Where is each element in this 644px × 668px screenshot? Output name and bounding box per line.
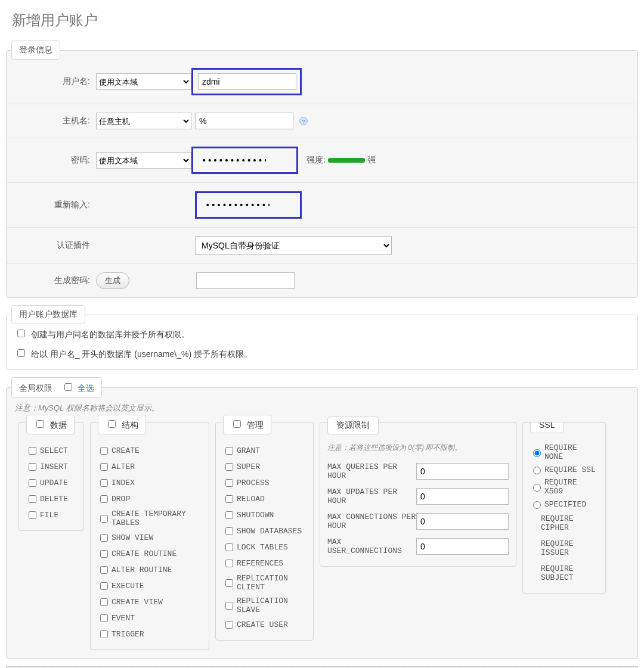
host-input[interactable] bbox=[195, 113, 293, 129]
structure-checkbox-create-view[interactable] bbox=[100, 598, 108, 606]
priv-item-create-routine: CREATE ROUTINE bbox=[98, 546, 202, 562]
admin-checkbox-lock-tables[interactable] bbox=[225, 543, 233, 551]
ssl-radio-specified[interactable] bbox=[533, 501, 541, 509]
row-auth: 认证插件 MySQL自带身份验证 bbox=[7, 228, 637, 264]
data-all-checkbox[interactable] bbox=[36, 420, 44, 428]
db-opt1-row: 创建与用户同名的数据库并授予所有权限。 bbox=[7, 324, 637, 344]
data-checkbox-select[interactable] bbox=[29, 447, 36, 455]
ssl-radio-require-x509[interactable] bbox=[533, 484, 541, 492]
admin-checkbox-replication-slave[interactable] bbox=[225, 602, 233, 610]
generate-button[interactable]: 生成 bbox=[96, 272, 129, 289]
priv-label: RELOAD bbox=[237, 495, 265, 504]
login-info-legend: 登录信息 bbox=[11, 41, 60, 60]
username-label: 用户名: bbox=[13, 76, 96, 87]
global-priv-fieldset: 全局权限 全选 注意：MySQL 权限名称将会以英文显示。 数据 SELECTI… bbox=[6, 377, 638, 659]
priv-label: CREATE USER bbox=[237, 620, 288, 629]
auth-select[interactable]: MySQL自带身份验证 bbox=[195, 236, 392, 255]
structure-checkbox-alter-routine[interactable] bbox=[100, 566, 108, 574]
admin-checkbox-reload[interactable] bbox=[225, 495, 233, 503]
data-checkbox-delete[interactable] bbox=[29, 495, 36, 503]
priv-label: SHOW VIEW bbox=[112, 533, 153, 542]
ssl-radio-require-none[interactable] bbox=[533, 449, 541, 457]
admin-checkbox-references[interactable] bbox=[225, 560, 233, 567]
ssl-option-specified: SPECIFIED bbox=[530, 498, 598, 511]
db-opt2-checkbox[interactable] bbox=[17, 349, 25, 357]
password-input[interactable] bbox=[198, 152, 270, 169]
priv-item-references: REFERENCES bbox=[223, 555, 306, 571]
password-label: 密码: bbox=[13, 155, 96, 166]
data-checkbox-insert[interactable] bbox=[29, 463, 36, 471]
password-select[interactable]: 使用文本域 bbox=[96, 152, 191, 169]
structure-all-checkbox[interactable] bbox=[108, 420, 116, 428]
structure-checkbox-trigger[interactable] bbox=[100, 630, 108, 638]
resource-input-max-queries-per-hour[interactable] bbox=[416, 463, 509, 480]
priv-label: UPDATE bbox=[40, 479, 68, 487]
db-opt1-checkbox[interactable] bbox=[17, 330, 25, 337]
resource-input-max-updates-per-hour[interactable] bbox=[416, 488, 509, 505]
data-checkbox-file[interactable] bbox=[29, 511, 36, 519]
row-retype: 重新输入: bbox=[7, 183, 637, 228]
structure-checkbox-create-temporary-tables[interactable] bbox=[100, 515, 108, 523]
ssl-radio-require-ssl[interactable] bbox=[533, 467, 541, 474]
resource-label: MAX UPDATES PER HOUR bbox=[327, 487, 416, 505]
admin-checkbox-create-user[interactable] bbox=[225, 621, 233, 629]
structure-checkbox-alter[interactable] bbox=[100, 463, 108, 471]
resource-note: 注意：若将这些选项设为 0(零) 即不限制。 bbox=[327, 443, 509, 459]
ssl-sub-require-subject: REQUIRE SUBJECT bbox=[530, 561, 598, 586]
structure-checkbox-drop[interactable] bbox=[100, 495, 108, 503]
strength-text: 强 bbox=[367, 155, 376, 166]
priv-label: CREATE bbox=[112, 446, 140, 455]
row-gen: 生成密码: 生成 bbox=[7, 264, 637, 297]
priv-label: CREATE VIEW bbox=[112, 598, 163, 607]
row-username: 用户名: 使用文本域 bbox=[7, 60, 637, 104]
structure-checkbox-create[interactable] bbox=[100, 447, 108, 455]
priv-item-process: PROCESS bbox=[223, 475, 306, 491]
resource-row-max-connections-per-hour: MAX CONNECTIONS PER HOUR bbox=[327, 509, 509, 534]
priv-label: GRANT bbox=[237, 446, 260, 455]
admin-checkbox-replication-client[interactable] bbox=[225, 579, 233, 587]
priv-label: TRIGGER bbox=[112, 630, 144, 639]
structure-checkbox-create-routine[interactable] bbox=[100, 550, 108, 558]
admin-all-checkbox[interactable] bbox=[233, 420, 241, 428]
structure-checkbox-event[interactable] bbox=[100, 614, 108, 622]
priv-label: CREATE ROUTINE bbox=[112, 549, 177, 558]
highlight-username bbox=[191, 68, 302, 95]
admin-checkbox-grant[interactable] bbox=[225, 447, 233, 455]
admin-checkbox-process[interactable] bbox=[225, 479, 233, 487]
ssl-label: REQUIRE SSL bbox=[544, 465, 596, 474]
data-checkbox-update[interactable] bbox=[29, 479, 36, 487]
gen-output[interactable] bbox=[196, 272, 295, 289]
resource-input-max-connections-per-hour[interactable] bbox=[416, 513, 509, 530]
priv-item-delete: DELETE bbox=[26, 491, 76, 507]
username-select[interactable]: 使用文本域 bbox=[96, 73, 191, 90]
help-icon[interactable]: ? bbox=[299, 117, 308, 125]
select-all-checkbox[interactable] bbox=[64, 383, 72, 391]
ssl-head: SSL bbox=[530, 422, 564, 433]
priv-label: DROP bbox=[112, 495, 130, 504]
priv-item-alter: ALTER bbox=[98, 459, 202, 475]
ssl-label: REQUIRE NONE bbox=[544, 443, 598, 461]
admin-checkbox-super[interactable] bbox=[225, 463, 233, 471]
structure-checkbox-execute[interactable] bbox=[100, 582, 108, 590]
username-input[interactable] bbox=[198, 73, 296, 90]
priv-label: ALTER bbox=[112, 462, 135, 471]
admin-checkbox-show-databases[interactable] bbox=[225, 527, 233, 535]
login-info-fieldset: 登录信息 用户名: 使用文本域 主机名: 任意主机 ? 密码: 使用文本域 强度… bbox=[6, 41, 638, 298]
resource-row-max-updates-per-hour: MAX UPDATES PER HOUR bbox=[327, 484, 509, 509]
row-password: 密码: 使用文本域 强度: 强 bbox=[7, 138, 637, 183]
structure-title: 结构 bbox=[122, 420, 138, 430]
resource-label: MAX QUERIES PER HOUR bbox=[327, 462, 416, 480]
ssl-title: SSL bbox=[539, 422, 555, 430]
priv-item-replication-client: REPLICATION CLIENT bbox=[223, 571, 306, 594]
retype-input[interactable] bbox=[202, 197, 273, 213]
structure-checkbox-show-view[interactable] bbox=[100, 534, 108, 542]
priv-item-lock-tables: LOCK TABLES bbox=[223, 539, 306, 555]
admin-title: 管理 bbox=[247, 420, 264, 430]
resource-input-max-user-connections[interactable] bbox=[416, 538, 509, 555]
select-all-link[interactable]: 全选 bbox=[78, 383, 94, 393]
structure-checkbox-index[interactable] bbox=[100, 479, 108, 487]
priv-label: SUPER bbox=[237, 462, 260, 471]
priv-item-execute: EXECUTE bbox=[98, 578, 202, 594]
admin-checkbox-shutdown[interactable] bbox=[225, 511, 233, 519]
host-select[interactable]: 任意主机 bbox=[96, 113, 191, 129]
